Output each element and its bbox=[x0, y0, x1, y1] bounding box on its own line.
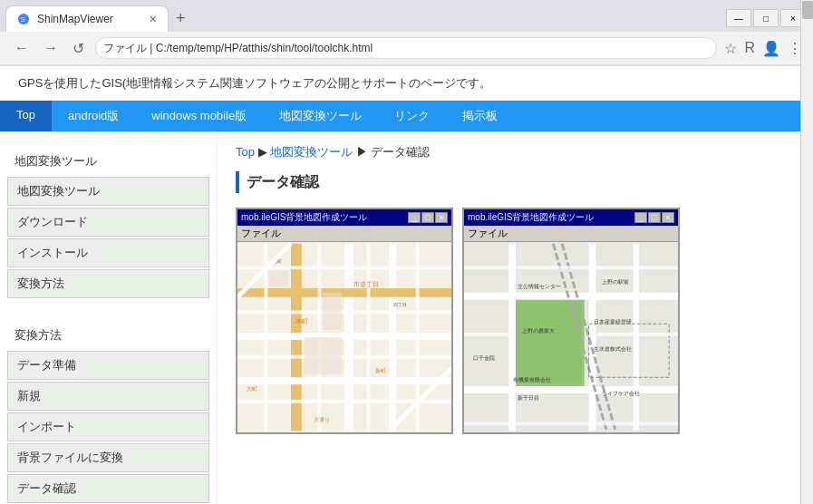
breadcrumb-parent[interactable]: 地図変換ツール bbox=[270, 145, 353, 159]
browser-menu-icon[interactable]: R bbox=[744, 40, 755, 56]
scrollbar[interactable] bbox=[800, 0, 813, 504]
tab-title: ShinMapViewer bbox=[37, 13, 142, 25]
svg-text:上野の農業大: 上野の農業大 bbox=[522, 328, 555, 334]
svg-text:S: S bbox=[21, 15, 25, 24]
map2-body: 立公情報センター 上野の駅前 口千金院 上野の農業大 生水道株式会社 日本産業経… bbox=[464, 242, 678, 432]
svg-text:生水道株式会社: 生水道株式会社 bbox=[594, 346, 632, 352]
svg-text:本町: 本町 bbox=[295, 318, 308, 325]
sidebar-group1-title: 地図変換ツール bbox=[0, 142, 217, 175]
map2-close[interactable]: × bbox=[662, 212, 674, 223]
sidebar-item-import[interactable]: インポート bbox=[7, 412, 209, 441]
svg-text:大町: 大町 bbox=[247, 386, 257, 392]
map1-title-text: mob.ileGIS背景地図作成ツール bbox=[241, 211, 367, 224]
svg-rect-18 bbox=[322, 293, 342, 330]
svg-rect-52 bbox=[464, 422, 678, 425]
reload-button[interactable]: ↺ bbox=[69, 38, 88, 59]
nav-item-windows-mobile[interactable]: windows mobile版 bbox=[135, 101, 263, 131]
sidebar-group2-title: 変換方法 bbox=[0, 316, 217, 349]
breadcrumb: Top ▶ 地図変換ツール ▶ データ確認 bbox=[236, 144, 795, 160]
svg-text:立公情報センター: 立公情報センター bbox=[518, 283, 561, 289]
breadcrumb-top[interactable]: Top bbox=[236, 145, 255, 159]
map1-maximize[interactable]: □ bbox=[421, 212, 434, 223]
browser-chrome: S ShinMapViewer × + — □ × ← → ↺ ☆ R 👤 ⋮ bbox=[0, 0, 813, 66]
map2-maximize[interactable]: □ bbox=[648, 212, 661, 223]
title-decoration bbox=[236, 171, 239, 193]
breadcrumb-current: データ確認 bbox=[371, 145, 430, 159]
address-input[interactable] bbox=[95, 37, 717, 59]
back-button[interactable]: ← bbox=[11, 38, 33, 58]
map1-titlebar: mob.ileGIS背景地図作成ツール _ □ × bbox=[237, 209, 451, 226]
svg-rect-17 bbox=[268, 270, 288, 286]
scroll-thumb[interactable] bbox=[802, 1, 813, 19]
sidebar: 地図変換ツール 地図変換ツール ダウンロード インストール 変換方法 変換方法 … bbox=[0, 131, 218, 504]
map2-menu-file[interactable]: ファイル bbox=[468, 228, 508, 238]
forward-button[interactable]: → bbox=[40, 38, 62, 58]
nav-item-map-tool[interactable]: 地図変換ツール bbox=[263, 101, 378, 131]
map1-controls: _ □ × bbox=[408, 212, 448, 223]
svg-rect-32 bbox=[464, 293, 678, 300]
map-images-container: mob.ileGIS背景地図作成ツール _ □ × ファイル bbox=[236, 208, 795, 434]
nav-item-android[interactable]: android版 bbox=[52, 101, 135, 131]
svg-text:上野の駅前: 上野の駅前 bbox=[602, 279, 629, 285]
sidebar-item-map-tool[interactable]: 地図変換ツール bbox=[7, 177, 209, 206]
tab-favicon: S bbox=[17, 13, 30, 25]
svg-rect-35 bbox=[589, 244, 596, 431]
svg-rect-49 bbox=[464, 266, 678, 269]
nav-item-top[interactable]: Top bbox=[0, 101, 52, 131]
navigation-bar: Top android版 windows mobile版 地図変換ツール リンク… bbox=[0, 101, 813, 131]
window-minimize-btn[interactable]: — bbox=[726, 9, 751, 27]
map1-close[interactable]: × bbox=[435, 212, 448, 223]
page-content: GPSを使用したGIS(地理情報システム関連ソフトウェアの公開とサポートのページ… bbox=[0, 66, 813, 504]
map2-svg: 立公情報センター 上野の駅前 口千金院 上野の農業大 生水道株式会社 日本産業経… bbox=[464, 242, 678, 432]
svg-rect-51 bbox=[596, 333, 678, 336]
sidebar-item-download[interactable]: ダウンロード bbox=[7, 208, 209, 237]
bookmark-icon[interactable]: ☆ bbox=[724, 40, 737, 57]
map1-menu-file[interactable]: ファイル bbox=[241, 228, 281, 238]
map-window-2: mob.ileGIS背景地図作成ツール _ □ × ファイル bbox=[462, 208, 680, 434]
map2-minimize[interactable]: _ bbox=[634, 212, 647, 223]
sidebar-item-new[interactable]: 新規 bbox=[7, 382, 209, 411]
site-header: GPSを使用したGIS(地理情報システム関連ソフトウェアの公開とサポートのページ… bbox=[0, 66, 813, 101]
sidebar-item-install[interactable]: インストール bbox=[7, 238, 209, 267]
sidebar-item-bg-convert[interactable]: 背景ファイルに変換 bbox=[7, 443, 209, 472]
sidebar-item-data-prep[interactable]: データ準備 bbox=[7, 351, 209, 380]
sidebar-item-data-check[interactable]: データ確認 bbox=[7, 474, 209, 503]
map1-minimize[interactable]: _ bbox=[408, 212, 421, 223]
svg-rect-14 bbox=[237, 311, 451, 315]
svg-text:市道丁目: 市道丁目 bbox=[353, 281, 379, 287]
svg-text:有機業有限会社: 有機業有限会社 bbox=[513, 377, 551, 383]
map-window-1: mob.ileGIS背景地図作成ツール _ □ × ファイル bbox=[236, 208, 453, 434]
svg-rect-19 bbox=[305, 337, 342, 374]
new-tab-button[interactable]: + bbox=[169, 5, 193, 32]
svg-text:大通り: 大通り bbox=[314, 417, 330, 422]
svg-rect-36 bbox=[634, 244, 639, 431]
svg-text:四丁目: 四丁目 bbox=[393, 303, 407, 307]
nav-item-bulletin[interactable]: 掲示板 bbox=[446, 101, 514, 131]
page-title: データ確認 bbox=[247, 173, 319, 192]
browser-tab[interactable]: S ShinMapViewer × bbox=[5, 5, 169, 32]
map2-titlebar: mob.ileGIS背景地図作成ツール _ □ × bbox=[464, 209, 678, 226]
map1-svg: 市道丁目 本町 大町 新町 大通り 元町 四丁目 bbox=[237, 242, 451, 432]
svg-text:新町: 新町 bbox=[375, 367, 386, 373]
tab-close-btn[interactable]: × bbox=[150, 12, 157, 26]
main-content: Top ▶ 地図変換ツール ▶ データ確認 データ確認 mob.ileGIS背景… bbox=[218, 131, 813, 504]
nav-item-link[interactable]: リンク bbox=[378, 101, 446, 131]
svg-rect-15 bbox=[237, 355, 451, 359]
sidebar-item-convert-method[interactable]: 変換方法 bbox=[7, 269, 209, 298]
address-bar: ← → ↺ ☆ R 👤 ⋮ bbox=[0, 32, 813, 65]
main-layout: 地図変換ツール 地図変換ツール ダウンロード インストール 変換方法 変換方法 … bbox=[0, 131, 813, 504]
map1-body: 市道丁目 本町 大町 新町 大通り 元町 四丁目 bbox=[237, 242, 451, 432]
svg-text:ライフケア会社: ライフケア会社 bbox=[602, 391, 640, 396]
svg-rect-33 bbox=[464, 386, 678, 393]
window-maximize-btn[interactable]: □ bbox=[753, 9, 779, 27]
map2-title-text: mob.ileGIS背景地図作成ツール bbox=[468, 211, 594, 224]
header-text: GPSを使用したGIS(地理情報システム関連ソフトウェアの公開とサポートのページ… bbox=[18, 76, 491, 90]
svg-rect-50 bbox=[464, 333, 512, 336]
map2-menubar: ファイル bbox=[464, 226, 678, 242]
map2-controls: _ □ × bbox=[634, 212, 674, 223]
page-title-container: データ確認 bbox=[236, 171, 795, 193]
svg-text:新千日目: 新千日目 bbox=[518, 394, 539, 401]
map1-menubar: ファイル bbox=[237, 226, 451, 242]
svg-text:口千金院: 口千金院 bbox=[473, 354, 495, 361]
user-icon[interactable]: 👤 bbox=[762, 40, 780, 57]
